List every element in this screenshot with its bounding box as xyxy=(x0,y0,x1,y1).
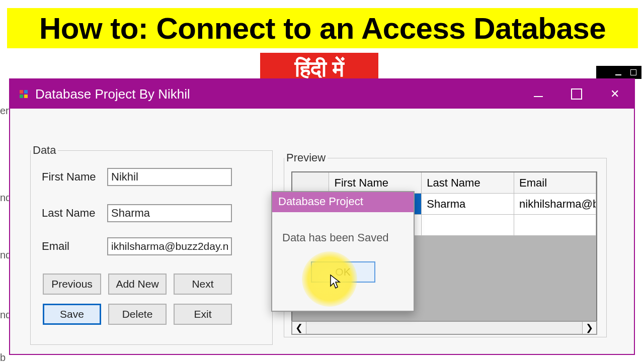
svg-rect-0 xyxy=(20,90,23,94)
bg-maximize-icon xyxy=(630,69,636,75)
background-window-controls xyxy=(596,66,641,79)
close-button[interactable] xyxy=(596,79,634,109)
svg-rect-1 xyxy=(24,90,28,94)
data-groupbox: Data First Name Last Name Email Previous… xyxy=(30,144,273,345)
col-header-first-name[interactable]: First Name xyxy=(329,172,422,194)
data-legend: Data xyxy=(31,144,58,157)
minimize-button[interactable] xyxy=(519,79,557,109)
first-name-label: First Name xyxy=(42,170,107,184)
col-header-last-name[interactable]: Last Name xyxy=(422,172,514,194)
email-input[interactable] xyxy=(107,237,232,255)
window-title: Database Project By Nikhil xyxy=(35,86,190,102)
delete-button[interactable]: Delete xyxy=(108,304,167,325)
grid-cell-empty[interactable] xyxy=(514,215,596,236)
grid-h-scrollbar[interactable]: ❮ ❯ xyxy=(291,321,597,335)
titlebar[interactable]: Database Project By Nikhil xyxy=(10,79,634,109)
ok-button[interactable]: OK xyxy=(311,261,375,283)
svg-rect-2 xyxy=(20,95,23,98)
grid-cell-empty[interactable] xyxy=(422,215,514,236)
next-button[interactable]: Next xyxy=(174,274,232,295)
last-name-label: Last Name xyxy=(42,207,107,220)
msgbox-footer: OK xyxy=(272,254,414,292)
grid-header-row: First Name Last Name Email xyxy=(292,172,596,194)
preview-legend: Preview xyxy=(284,151,328,164)
email-label: Email xyxy=(42,240,107,253)
previous-button[interactable]: Previous xyxy=(43,274,101,295)
svg-rect-3 xyxy=(24,95,28,98)
bg-fragment: b xyxy=(0,352,6,362)
msgbox-title[interactable]: Database Project xyxy=(272,192,414,212)
bg-fragment: er xyxy=(0,105,9,117)
title-banner: How to: Connect to an Access Database xyxy=(7,8,638,48)
scroll-right-icon[interactable]: ❯ xyxy=(582,322,596,334)
add-new-button[interactable]: Add New xyxy=(108,274,167,295)
scroll-left-icon[interactable]: ❮ xyxy=(292,322,306,334)
title-text: How to: Connect to an Access Database xyxy=(39,11,606,46)
app-icon xyxy=(19,89,28,99)
bg-minimize-icon xyxy=(615,69,621,75)
exit-button[interactable]: Exit xyxy=(174,304,232,325)
first-name-input[interactable] xyxy=(107,168,232,186)
msgbox-message: Data has been Saved xyxy=(272,212,414,254)
grid-cell-last-name[interactable]: Sharma xyxy=(422,194,514,215)
message-box: Database Project Data has been Saved OK xyxy=(271,191,415,312)
col-header-email[interactable]: Email xyxy=(514,172,596,194)
window-controls xyxy=(519,79,634,109)
maximize-button[interactable] xyxy=(557,79,596,109)
last-name-input[interactable] xyxy=(107,204,232,222)
grid-cell-email[interactable]: nikhilsharma@bu.. xyxy=(514,194,596,215)
grid-corner-cell xyxy=(292,172,329,194)
save-button[interactable]: Save xyxy=(43,304,101,325)
